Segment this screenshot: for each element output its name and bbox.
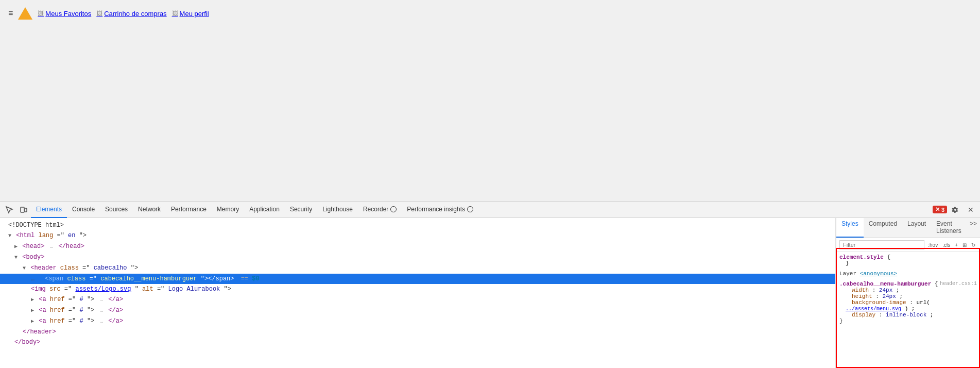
cls-filter-btn[interactable]: .cls xyxy=(941,242,952,248)
error-count-badge[interactable]: ✕ 3 xyxy=(933,206,947,213)
expand-body-arrow-icon[interactable]: ▼ xyxy=(14,253,18,262)
styles-tab-styles[interactable]: Styles xyxy=(836,218,864,238)
devtools-toolbar-right: ✕ 3 ✕ xyxy=(933,203,978,217)
performance-insights-icon xyxy=(467,206,473,212)
add-style-icon[interactable]: + xyxy=(953,242,959,248)
tab-application[interactable]: Application xyxy=(244,202,285,218)
tab-memory[interactable]: Memory xyxy=(212,202,244,218)
tab-elements[interactable]: Elements xyxy=(31,202,67,218)
filter-icons-group: :hov .cls + ⊞ ↻ xyxy=(926,242,977,248)
expand-arrow-icon[interactable]: ▶ xyxy=(14,242,18,252)
styles-subtabs: Styles Computed Layout Event Listeners >… xyxy=(836,218,980,238)
dom-line-img[interactable]: <img src =" assets/Logo.svg " alt =" Log… xyxy=(0,284,835,294)
svg-rect-0 xyxy=(21,207,24,212)
background-image-url[interactable]: ../assets/menu.svg xyxy=(846,306,901,312)
layer-anonymous-link[interactable]: <anonymous> xyxy=(860,271,898,277)
dom-line-span-selected[interactable]: … <span class =" cabecalho__menu-hamburg… xyxy=(0,274,835,284)
devtools-body: <!DOCTYPE html> ▼ <html lang =" en "> ▶ … xyxy=(0,218,980,368)
dom-line-body[interactable]: ▼ <body> xyxy=(0,252,835,263)
style-selector-cabecalho: .cabecalho__menu-hamburguer xyxy=(839,281,931,287)
hamburger-icon[interactable]: ≡ xyxy=(8,9,13,18)
dom-line-header[interactable]: ▼ <header class =" cabecalho "> xyxy=(0,263,835,274)
styles-panel: Styles Computed Layout Event Listeners >… xyxy=(836,218,980,330)
nav-link-favorites[interactable]: Meus Favoritos xyxy=(38,10,91,18)
page-header: ≡ Meus Favoritos Carrinho de compras Meu… xyxy=(8,4,972,23)
hov-filter-btn[interactable]: :hov xyxy=(926,242,939,248)
expand-a3-icon[interactable]: ▶ xyxy=(31,317,34,326)
error-x-icon: ✕ xyxy=(935,206,940,213)
tab-network[interactable]: Network xyxy=(133,202,166,218)
new-rule-icon[interactable]: ⊞ xyxy=(961,242,968,248)
devtools-device-icon[interactable] xyxy=(16,203,31,217)
devtools-toolbar: Elements Console Sources Network Perform… xyxy=(0,202,980,218)
dom-line-a1[interactable]: ▶ <a href =" # "> … </a> xyxy=(0,294,835,305)
tab-lighthouse[interactable]: Lighthouse xyxy=(317,202,358,218)
style-rule-cabecalho: .cabecalho__menu-hamburguer { header.css… xyxy=(839,281,977,324)
browser-viewport: ≡ Meus Favoritos Carrinho de compras Meu… xyxy=(0,0,980,201)
expand-header-arrow-icon[interactable]: ▼ xyxy=(23,264,26,273)
collapse-arrow-icon[interactable]: ▼ xyxy=(8,231,11,241)
styles-filter-input[interactable] xyxy=(839,240,924,249)
nav-link-profile[interactable]: Meu perfil xyxy=(172,10,209,18)
tab-sources[interactable]: Sources xyxy=(100,202,133,218)
close-devtools-icon[interactable]: ✕ xyxy=(964,203,978,217)
tab-recorder[interactable]: Recorder xyxy=(358,202,402,218)
svg-rect-1 xyxy=(25,208,27,212)
style-rule-layer: Layer <anonymous> xyxy=(839,271,977,277)
dom-line-html[interactable]: ▼ <html lang =" en "> xyxy=(0,230,835,241)
tab-security[interactable]: Security xyxy=(285,202,317,218)
styles-tab-more[interactable]: >> xyxy=(967,218,980,238)
style-selector-element: element.style xyxy=(839,254,887,260)
dom-panel[interactable]: <!DOCTYPE html> ▼ <html lang =" en "> ▶ … xyxy=(0,218,836,368)
styles-filter-bar: :hov .cls + ⊞ ↻ xyxy=(836,238,980,252)
dom-line-a2[interactable]: ▶ <a href =" # "> … </a> xyxy=(0,305,835,316)
styles-content[interactable]: element.style { } Layer <anonymous> xyxy=(836,252,980,330)
dom-line-body-close[interactable]: </body> xyxy=(0,337,835,347)
devtools-panel: Elements Console Sources Network Perform… xyxy=(0,201,980,368)
styles-tab-computed[interactable]: Computed xyxy=(864,218,902,238)
dom-line-header-close[interactable]: </header> xyxy=(0,327,835,337)
logo-icon xyxy=(18,7,32,20)
dom-line-a3[interactable]: ▶ <a href =" # "> … </a> xyxy=(0,316,835,327)
dom-line-doctype[interactable]: <!DOCTYPE html> xyxy=(0,220,835,230)
nav-link-cart[interactable]: Carrinho de compras xyxy=(96,10,166,18)
tab-console[interactable]: Console xyxy=(67,202,100,218)
settings-icon[interactable] xyxy=(948,203,962,217)
dom-line-head[interactable]: ▶ <head> … </head> xyxy=(0,241,835,252)
style-source-header[interactable]: header.css:1 xyxy=(940,281,977,287)
devtools-tabs: Elements Console Sources Network Perform… xyxy=(31,202,933,218)
styles-tab-layout[interactable]: Layout xyxy=(902,218,931,238)
tab-performance-insights[interactable]: Performance insights xyxy=(402,202,478,218)
style-rule-element: element.style { } xyxy=(839,254,977,266)
dom-line-indicator: … xyxy=(31,274,41,283)
expand-a1-icon[interactable]: ▶ xyxy=(31,295,34,305)
devtools-inspect-icon[interactable] xyxy=(2,203,16,217)
expand-a2-icon[interactable]: ▶ xyxy=(31,306,34,315)
page-content: ≡ Meus Favoritos Carrinho de compras Meu… xyxy=(0,0,980,201)
tab-performance[interactable]: Performance xyxy=(166,202,212,218)
refresh-styles-icon[interactable]: ↻ xyxy=(970,242,977,248)
recorder-circle-icon xyxy=(390,206,397,212)
styles-tab-event-listeners[interactable]: Event Listeners xyxy=(931,218,967,238)
